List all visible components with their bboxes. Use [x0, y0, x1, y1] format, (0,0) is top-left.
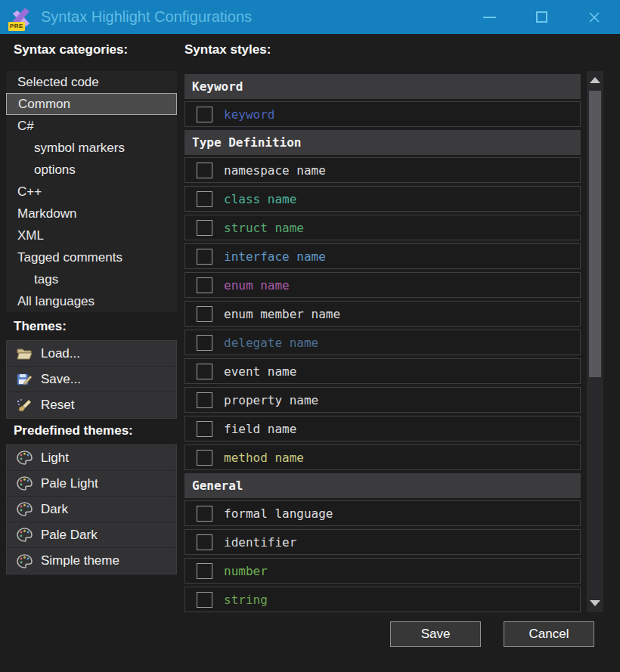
style-label-identifier: identifier — [224, 535, 296, 550]
scrollbar-up-button[interactable] — [587, 73, 603, 88]
style-row-field-name[interactable]: field name — [184, 416, 581, 441]
syntax-styles-label: Syntax styles: — [184, 42, 271, 57]
close-icon — [587, 11, 601, 24]
style-label-number: number — [224, 564, 268, 578]
predefined-theme-dark[interactable]: Dark — [7, 497, 176, 522]
theme-action-save[interactable]: Save... — [7, 367, 176, 392]
category-item-tagged-comments[interactable]: Tagged comments — [6, 246, 177, 268]
category-item-tags[interactable]: tags — [6, 268, 177, 290]
style-label-property-name: property name — [224, 393, 318, 407]
predefined-theme-label: Simple theme — [41, 553, 119, 568]
style-checkbox-interface-name[interactable] — [197, 249, 212, 265]
theme-actions: Load...Save...Reset — [6, 340, 177, 419]
maximize-icon — [536, 11, 547, 23]
style-row-delegate-name[interactable]: delegate name — [184, 330, 581, 355]
syntax-categories-list: Selected codeCommonC#symbol markersoptio… — [6, 71, 177, 312]
style-row-property-name[interactable]: property name — [184, 387, 581, 413]
style-label-namespace-name: namespace name — [224, 163, 326, 178]
preview-badge: PRE — [8, 22, 25, 31]
style-checkbox-event-name[interactable] — [197, 364, 212, 379]
style-label-interface-name: interface name — [224, 249, 326, 264]
style-checkbox-formal-language[interactable] — [197, 506, 212, 522]
style-label-enum-name: enum name — [224, 278, 290, 293]
close-button[interactable] — [568, 0, 620, 34]
minimize-button[interactable] — [463, 0, 516, 34]
style-label-keyword: keyword — [224, 107, 274, 122]
category-item-c[interactable]: C# — [6, 115, 177, 137]
style-group-header-general: General — [184, 473, 581, 498]
window-controls — [463, 0, 620, 34]
themes-label: Themes: — [14, 319, 67, 334]
style-row-enum-member-name[interactable]: enum member name — [184, 301, 581, 327]
folder-open-icon — [16, 346, 33, 361]
predefined-themes-label: Predefined themes: — [14, 423, 133, 438]
style-group-header-type-definition: Type Definition — [184, 130, 581, 155]
theme-action-label: Save... — [41, 372, 81, 387]
palette-icon — [16, 553, 33, 568]
style-label-class-name: class name — [224, 192, 296, 206]
style-row-struct-name[interactable]: struct name — [184, 215, 581, 240]
predefined-theme-label: Light — [41, 451, 69, 466]
maximize-button[interactable] — [516, 0, 568, 34]
predefined-theme-label: Pale Dark — [41, 528, 98, 543]
syntax-styles-list: KeywordkeywordType Definitionnamespace n… — [184, 71, 581, 612]
style-checkbox-namespace-name[interactable] — [197, 163, 212, 178]
app-logo-icon: PRE — [10, 6, 33, 29]
style-checkbox-string[interactable] — [197, 592, 212, 608]
style-label-formal-language: formal language — [224, 506, 333, 521]
style-label-string: string — [224, 593, 268, 607]
save-button[interactable]: Save — [390, 621, 481, 647]
style-row-string[interactable]: string — [184, 587, 581, 612]
category-item-markdown[interactable]: Markdown — [6, 203, 177, 225]
style-row-keyword[interactable]: keyword — [184, 101, 581, 127]
category-item-all-languages[interactable]: All languages — [6, 290, 177, 312]
style-row-number[interactable]: number — [184, 558, 581, 584]
theme-action-reset[interactable]: Reset — [7, 392, 176, 418]
predefined-theme-label: Dark — [41, 502, 68, 517]
theme-action-load[interactable]: Load... — [7, 341, 176, 367]
style-row-formal-language[interactable]: formal language — [184, 500, 581, 526]
predefined-theme-pale-light[interactable]: Pale Light — [7, 471, 176, 497]
category-item-symbol-markers[interactable]: symbol markers — [6, 137, 177, 159]
style-row-event-name[interactable]: event name — [184, 358, 581, 384]
category-item-xml[interactable]: XML — [6, 225, 177, 246]
predefined-theme-pale-dark[interactable]: Pale Dark — [7, 522, 176, 548]
category-item-options[interactable]: options — [6, 159, 177, 181]
style-checkbox-enum-member-name[interactable] — [197, 306, 212, 322]
palette-icon — [16, 451, 33, 466]
style-row-identifier[interactable]: identifier — [184, 529, 581, 555]
syntax-categories-label: Syntax categories: — [14, 42, 128, 57]
style-checkbox-enum-name[interactable] — [197, 277, 212, 293]
window-title: Syntax Highlight Configurations — [41, 8, 463, 26]
style-group-header-keyword: Keyword — [184, 74, 581, 99]
theme-action-label: Reset — [41, 398, 74, 413]
style-checkbox-delegate-name[interactable] — [197, 335, 212, 351]
category-item-common[interactable]: Common — [6, 93, 177, 115]
scrollbar-thumb[interactable] — [589, 91, 601, 377]
style-checkbox-class-name[interactable] — [197, 191, 212, 207]
palette-icon — [16, 476, 33, 491]
predefined-theme-simple-theme[interactable]: Simple theme — [7, 548, 176, 574]
predefined-themes: LightPale LightDarkPale DarkSimple theme — [6, 444, 177, 574]
style-checkbox-identifier[interactable] — [197, 534, 212, 550]
arrow-down-icon — [590, 600, 600, 606]
style-checkbox-keyword[interactable] — [197, 107, 212, 122]
style-row-class-name[interactable]: class name — [184, 186, 581, 212]
style-label-method-name: method name — [224, 451, 304, 465]
styles-scrollbar[interactable] — [587, 71, 603, 612]
style-checkbox-method-name[interactable] — [197, 450, 212, 466]
cancel-button[interactable]: Cancel — [504, 621, 594, 647]
scrollbar-down-button[interactable] — [587, 596, 603, 611]
category-item-selected-code[interactable]: Selected code — [6, 71, 177, 93]
style-row-enum-name[interactable]: enum name — [184, 272, 581, 298]
style-checkbox-number[interactable] — [197, 563, 212, 579]
style-checkbox-field-name[interactable] — [197, 421, 212, 437]
style-row-namespace-name[interactable]: namespace name — [184, 157, 581, 183]
style-checkbox-struct-name[interactable] — [197, 220, 212, 236]
style-checkbox-property-name[interactable] — [197, 392, 212, 408]
palette-icon — [16, 528, 33, 543]
style-row-method-name[interactable]: method name — [184, 444, 581, 470]
style-row-interface-name[interactable]: interface name — [184, 243, 581, 269]
predefined-theme-light[interactable]: Light — [7, 445, 176, 471]
category-item-c[interactable]: C++ — [6, 181, 177, 203]
